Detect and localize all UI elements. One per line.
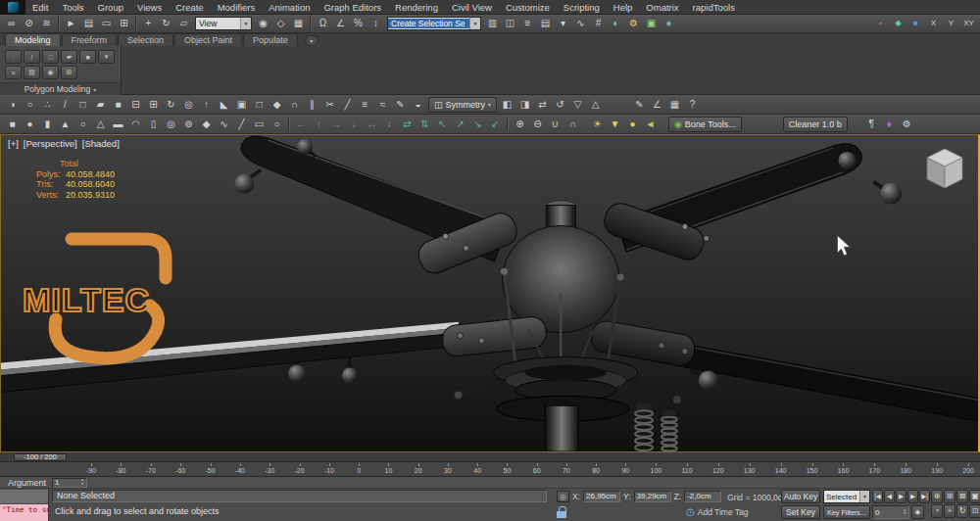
bone-tools-button[interactable]: ◉ Bone Tools... bbox=[668, 117, 742, 132]
track-bar[interactable]: -90-80-70-60-50-40-30-20-100102030405060… bbox=[0, 462, 980, 477]
bevel-tool-icon[interactable]: ◣ bbox=[216, 97, 232, 113]
ribbon-tab[interactable]: Selection bbox=[118, 33, 173, 46]
align-corner-ne-icon[interactable]: ↗ bbox=[452, 117, 468, 132]
polygon-modeling-label[interactable]: Polygon Modeling▾ bbox=[0, 82, 121, 95]
bind-to-space-warp-icon[interactable]: ≋ bbox=[38, 16, 55, 31]
viewport-shading-menu[interactable]: [Shaded] bbox=[82, 138, 120, 149]
zoom-extents-all-icon[interactable]: ▣ bbox=[969, 490, 980, 503]
menu-item[interactable]: Rendering bbox=[388, 0, 445, 15]
flip-normals-icon[interactable]: ⇄ bbox=[534, 97, 551, 113]
generate-topology-button[interactable]: ⊞ bbox=[61, 66, 77, 79]
maximize-viewport-toggle-icon[interactable]: ⊡ bbox=[969, 504, 980, 518]
circle-shape-icon[interactable]: ○ bbox=[269, 117, 285, 132]
axis-constraint-xy-icon[interactable]: XY bbox=[960, 16, 977, 31]
perspective-viewport[interactable]: [+] [Perspective] [Shaded] Total Polys:4… bbox=[0, 134, 980, 452]
spline-tool-icon[interactable]: ∿ bbox=[216, 117, 232, 132]
chamfer-tool-icon[interactable]: ◆ bbox=[269, 97, 285, 113]
absolute-offset-toggle-icon[interactable]: ◎ bbox=[557, 491, 569, 502]
layer-manager-icon[interactable]: ▤ bbox=[537, 16, 554, 31]
cut-tool-icon[interactable]: ✂ bbox=[321, 97, 338, 113]
ring-selection-icon[interactable]: ◎ bbox=[180, 97, 197, 113]
select-and-manipulate-icon[interactable]: ◇ bbox=[272, 16, 289, 31]
orbit-icon[interactable]: ↻ bbox=[956, 504, 968, 518]
time-slider-handle[interactable]: -100 / 200 bbox=[14, 453, 67, 461]
measure-distance-icon[interactable]: ∠ bbox=[649, 97, 665, 113]
argument-spinner[interactable]: 1 bbox=[52, 478, 87, 488]
geosphere-primitive-icon[interactable]: ⊚ bbox=[180, 117, 197, 132]
field-of-view-icon[interactable]: ◔ bbox=[931, 504, 943, 518]
select-and-link-icon[interactable]: ∞ bbox=[3, 16, 20, 31]
element-mode-button[interactable]: ■ bbox=[79, 50, 96, 64]
coord-x-field[interactable]: 26,95cm bbox=[583, 491, 620, 502]
menu-item[interactable]: Customize bbox=[499, 0, 557, 15]
align-left-icon[interactable]: ← bbox=[293, 117, 310, 132]
show-end-result-icon[interactable]: ◑ bbox=[4, 97, 21, 113]
unlink-selection-icon[interactable]: ⊘ bbox=[21, 16, 37, 31]
selection-set-key-combo[interactable]: Selected bbox=[823, 490, 870, 503]
select-and-move-icon[interactable]: + bbox=[140, 16, 157, 31]
menu-item[interactable]: Create bbox=[169, 0, 211, 15]
macro-recorder-pane[interactable]: "Time to sol bbox=[0, 504, 48, 521]
viewport-general-menu[interactable]: [+] bbox=[8, 138, 19, 149]
swap-x-icon[interactable]: ⇄ bbox=[399, 117, 416, 132]
vertex-mode-button[interactable]: · bbox=[5, 50, 22, 64]
named-selection-set-combo[interactable]: Create Selection Se bbox=[387, 17, 481, 30]
bridge-tool-icon[interactable]: ∥ bbox=[304, 97, 320, 113]
loop-selection-icon[interactable]: ↻ bbox=[163, 97, 179, 113]
next-frame-button[interactable]: ▶ bbox=[907, 490, 918, 503]
key-filters-button[interactable]: Key Filters... bbox=[823, 505, 870, 519]
mirror-x-icon[interactable]: ◧ bbox=[499, 97, 515, 113]
go-to-start-button[interactable]: |◀ bbox=[872, 490, 883, 503]
target-weld-icon[interactable]: ∩ bbox=[564, 117, 581, 132]
axis-constraint-y-icon[interactable]: Y bbox=[943, 16, 959, 31]
render-production-icon[interactable]: ● bbox=[661, 16, 677, 31]
keyboard-shortcut-override-icon[interactable]: ▦ bbox=[290, 16, 307, 31]
rendered-frame-window-icon[interactable]: ▣ bbox=[643, 16, 660, 31]
swap-y-icon[interactable]: ⇅ bbox=[416, 117, 433, 132]
go-to-end-button[interactable]: ▶| bbox=[919, 490, 930, 503]
vertex-subobject-icon[interactable]: ∴ bbox=[39, 97, 56, 113]
center-x-icon[interactable]: ↔ bbox=[364, 117, 380, 132]
paint-connect-icon[interactable]: ✎ bbox=[392, 97, 409, 113]
select-and-uniform-scale-icon[interactable]: ▱ bbox=[175, 16, 192, 31]
window-crossing-toggle-icon[interactable]: ⊞ bbox=[116, 16, 132, 31]
select-and-rotate-icon[interactable]: ↻ bbox=[158, 16, 174, 31]
border-subobject-icon[interactable]: □ bbox=[74, 97, 91, 113]
spinner-snap-toggle-icon[interactable]: ↕ bbox=[368, 16, 384, 31]
menu-item[interactable]: rapidTools bbox=[686, 0, 742, 15]
curve-editor-icon[interactable]: ∿ bbox=[572, 16, 589, 31]
mirror-icon[interactable]: ◫ bbox=[502, 16, 518, 31]
shrink-selection-icon[interactable]: ⊟ bbox=[127, 97, 144, 113]
menu-item[interactable]: Graph Editors bbox=[317, 0, 388, 15]
ribbon-config-icon[interactable]: ▾ bbox=[305, 35, 318, 46]
nurms-toggle-button[interactable]: ◉ bbox=[42, 66, 59, 79]
current-frame-field[interactable]: 0 bbox=[872, 505, 909, 519]
element-subobject-icon[interactable]: ■ bbox=[110, 97, 126, 113]
reset-xform-icon[interactable]: ↺ bbox=[552, 97, 568, 113]
schematic-view-icon[interactable]: # bbox=[590, 16, 607, 31]
tube-primitive-icon[interactable]: ◎ bbox=[163, 117, 179, 132]
rectangular-selection-region-icon[interactable]: ▭ bbox=[98, 16, 115, 31]
select-object-icon[interactable]: ► bbox=[63, 16, 79, 31]
extrude-tool-icon[interactable]: ↑ bbox=[198, 97, 215, 113]
grid-settings-icon[interactable]: ▦ bbox=[666, 97, 683, 113]
soft-selection-icon[interactable]: ○ bbox=[22, 97, 38, 113]
pan-view-icon[interactable]: + bbox=[944, 504, 956, 518]
align-up-icon[interactable]: ↑ bbox=[311, 117, 327, 132]
menu-item[interactable]: Tools bbox=[55, 0, 90, 15]
axis-constraint-x-icon[interactable]: X bbox=[925, 16, 942, 31]
quick-slice-icon[interactable]: ╱ bbox=[339, 97, 356, 113]
connect-tool-icon[interactable]: ∩ bbox=[286, 97, 303, 113]
swift-loop-icon[interactable]: ≡ bbox=[357, 97, 373, 113]
menu-item[interactable]: Edit bbox=[25, 0, 55, 15]
zoom-all-icon[interactable]: ⊞ bbox=[944, 490, 956, 503]
add-time-tag[interactable]: ◷ Add Time Tag bbox=[686, 507, 749, 517]
menu-item[interactable]: Scripting bbox=[557, 0, 607, 15]
previous-frame-button[interactable]: ◀ bbox=[884, 490, 895, 503]
menu-item[interactable]: Group bbox=[91, 0, 130, 15]
align-icon[interactable]: ≡ bbox=[519, 16, 536, 31]
angle-snap-toggle-icon[interactable]: ∠ bbox=[332, 16, 349, 31]
ribbon-tab[interactable]: Object Paint bbox=[174, 33, 242, 46]
coord-z-field[interactable]: -2,0cm bbox=[684, 491, 721, 502]
menu-item[interactable]: Help bbox=[607, 0, 640, 15]
